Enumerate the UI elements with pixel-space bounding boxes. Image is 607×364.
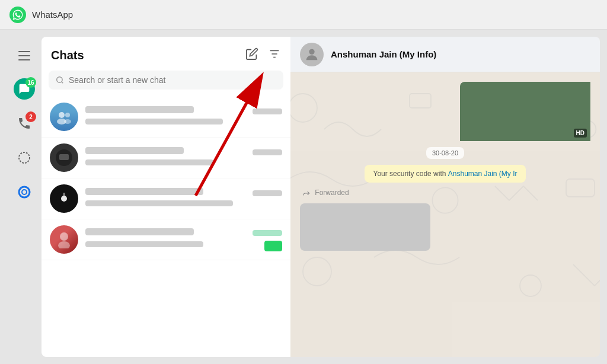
- titlebar-title: WhatsApp: [32, 9, 73, 20]
- chat-info: [85, 106, 282, 127]
- sidebar-menu-icon[interactable]: [11, 43, 37, 69]
- forwarded-text: Forwarded: [315, 189, 349, 197]
- chat-time: [253, 149, 282, 155]
- new-chat-button[interactable]: [245, 47, 258, 63]
- svg-point-0: [9, 7, 26, 23]
- search-input[interactable]: [69, 75, 276, 85]
- chat-background: HD 30-08-20 Your security code with Ansh…: [290, 72, 600, 357]
- chats-panel: Chats: [41, 37, 290, 357]
- chat-time: [253, 108, 282, 114]
- chat-name-blur: [85, 106, 194, 113]
- sidebar-item-status[interactable]: [11, 145, 37, 171]
- svg-point-20: [309, 49, 314, 54]
- chat-info: [85, 147, 282, 168]
- chats-header-icons: [245, 47, 281, 63]
- search-icon: [56, 76, 64, 84]
- sidebar-item-chats[interactable]: 16: [11, 76, 37, 102]
- security-text: Your security code with: [373, 170, 448, 178]
- chat-preview-blur: [85, 241, 203, 247]
- svg-point-9: [59, 112, 65, 118]
- chats-title: Chats: [51, 49, 84, 62]
- svg-point-19: [58, 241, 70, 248]
- forwarded-image-message: [300, 203, 430, 251]
- chats-badge: 16: [25, 77, 36, 88]
- filter-button[interactable]: [268, 47, 281, 63]
- svg-point-12: [64, 119, 71, 124]
- whatsapp-logo-icon: [9, 7, 26, 23]
- svg-point-7: [57, 77, 62, 82]
- right-chat-header[interactable]: Anshuman Jain (My Info): [290, 37, 600, 72]
- svg-point-1: [19, 152, 30, 163]
- message-image: HD: [460, 82, 590, 141]
- search-bar[interactable]: [49, 71, 283, 90]
- unread-badge: [264, 241, 282, 251]
- svg-point-16: [61, 196, 67, 202]
- chat-item[interactable]: [41, 178, 290, 219]
- chat-info: [85, 188, 282, 209]
- chat-name-blur: [85, 188, 203, 195]
- forward-icon: [302, 189, 311, 197]
- svg-rect-14: [59, 154, 69, 160]
- avatar: [50, 225, 78, 254]
- chat-name-blur: [85, 147, 184, 154]
- calls-badge: 2: [25, 111, 36, 122]
- channels-icon: [17, 185, 31, 199]
- avatar: [50, 103, 78, 131]
- chat-item[interactable]: [41, 97, 290, 138]
- chat-content: HD 30-08-20 Your security code with Ansh…: [290, 72, 600, 357]
- sidebar-nav: 16 2: [7, 37, 41, 357]
- security-link[interactable]: Anshuman Jain (My Ir: [448, 170, 517, 178]
- chat-item[interactable]: [41, 138, 290, 178]
- chats-header: Chats: [41, 37, 290, 71]
- menu-line-1: [18, 51, 30, 52]
- filter-icon: [268, 47, 281, 60]
- menu-line-2: [18, 55, 30, 56]
- person-icon: [304, 46, 320, 63]
- image-message: HD: [460, 82, 590, 141]
- forwarded-label: Forwarded: [300, 189, 349, 197]
- contact-avatar: [300, 43, 324, 66]
- sidebar-item-channels[interactable]: [11, 179, 37, 205]
- chat-time: [253, 190, 282, 196]
- chat-list: [41, 97, 290, 357]
- circle-dashed-icon: [17, 151, 31, 165]
- svg-point-10: [65, 113, 70, 117]
- svg-point-2: [19, 187, 30, 197]
- chat-preview-blur: [85, 119, 223, 124]
- chat-item[interactable]: [41, 219, 290, 260]
- chat-info: [85, 228, 282, 251]
- svg-point-3: [22, 190, 27, 194]
- contact-name: Anshuman Jain (My Info): [331, 49, 436, 59]
- chat-preview-blur: [85, 200, 233, 206]
- avatar: [50, 143, 78, 172]
- chat-name-blur: [85, 228, 194, 235]
- hd-badge: HD: [574, 129, 587, 138]
- right-panel: Anshuman Jain (My Info): [290, 37, 600, 357]
- main-container: 16 2 Chats: [0, 30, 607, 364]
- svg-rect-17: [63, 193, 65, 196]
- chat-time-green: [253, 230, 282, 236]
- titlebar: WhatsApp: [0, 0, 607, 30]
- menu-line-3: [18, 59, 30, 60]
- avatar: [50, 184, 78, 213]
- security-message: Your security code with Anshuman Jain (M…: [365, 165, 525, 183]
- svg-line-8: [62, 82, 63, 84]
- date-separator: 30-08-20: [426, 147, 464, 159]
- chat-preview-blur: [85, 159, 213, 165]
- compose-icon: [245, 47, 258, 60]
- sidebar-item-calls[interactable]: 2: [11, 110, 37, 136]
- svg-point-18: [60, 232, 68, 241]
